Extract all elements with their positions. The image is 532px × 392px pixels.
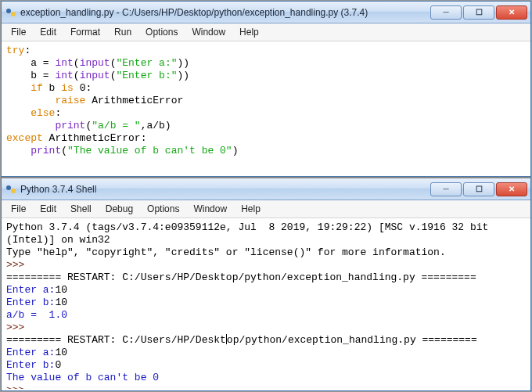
output-line: The value of b can't be 0 (6, 372, 159, 383)
shell-output-area[interactable]: Python 3.7.4 (tags/v3.7.4:e09359112e, Ju… (2, 218, 530, 389)
editor-window: exception_handling.py - C:/Users/HP/Desk… (1, 1, 531, 177)
output-line: a/b = 1.0 (6, 309, 67, 321)
menu-edit[interactable]: Edit (34, 202, 63, 216)
output-line: Enter a: (6, 347, 55, 358)
minimize-button[interactable]: ─ (430, 5, 462, 20)
shell-title: Python 3.7.4 Shell (20, 184, 429, 195)
menu-file[interactable]: File (5, 25, 32, 39)
svg-point-2 (6, 185, 11, 190)
menu-window[interactable]: Window (187, 202, 233, 216)
menu-help[interactable]: Help (235, 202, 267, 216)
restart-line: ========= RESTART: C:/Users/HP/Desktop/p… (6, 272, 476, 283)
minimize-button[interactable]: ─ (430, 182, 462, 196)
restart-line: ========= RESTART: C:/Users/HP/Deskt (6, 334, 226, 346)
editor-window-controls: ─ ☐ ✕ (429, 5, 527, 20)
menu-debug[interactable]: Debug (99, 202, 139, 216)
editor-menubar: File Edit Format Run Options Window Help (2, 23, 530, 41)
menu-format[interactable]: Format (64, 25, 106, 39)
menu-shell[interactable]: Shell (64, 202, 98, 216)
shell-window: Python 3.7.4 Shell ─ ☐ ✕ File Edit Shell… (1, 177, 531, 391)
output-line: Enter b: (6, 359, 55, 371)
shell-menubar: File Edit Shell Debug Options Window Hel… (2, 200, 530, 218)
editor-titlebar[interactable]: exception_handling.py - C:/Users/HP/Desk… (2, 2, 530, 23)
editor-title: exception_handling.py - C:/Users/HP/Desk… (20, 7, 429, 18)
shell-prompt: >>> (6, 322, 24, 333)
svg-point-1 (11, 12, 16, 16)
menu-edit[interactable]: Edit (34, 25, 63, 39)
menu-options[interactable]: Options (141, 202, 185, 216)
svg-point-3 (11, 189, 16, 193)
close-button[interactable]: ✕ (496, 182, 527, 196)
output-line: Enter b: (6, 297, 55, 308)
shell-prompt: >>> (6, 259, 24, 271)
kw-try: try (6, 45, 24, 56)
menu-file[interactable]: File (5, 202, 32, 216)
banner-line: Type "help", "copyright", "credits" or "… (6, 246, 446, 258)
editor-code-area[interactable]: try: a = int(input("Enter a:")) b = int(… (2, 41, 530, 173)
menu-window[interactable]: Window (185, 25, 232, 39)
svg-point-0 (6, 9, 11, 13)
banner-line: (Intel)] on win32 (6, 234, 110, 246)
text-cursor (226, 334, 227, 344)
banner-line: Python 3.7.4 (tags/v3.7.4:e09359112e, Ju… (6, 221, 488, 233)
close-button[interactable]: ✕ (496, 5, 527, 20)
menu-help[interactable]: Help (233, 25, 265, 39)
menu-run[interactable]: Run (108, 25, 138, 39)
shell-titlebar[interactable]: Python 3.7.4 Shell ─ ☐ ✕ (2, 178, 530, 200)
python-icon (5, 183, 17, 196)
menu-options[interactable]: Options (139, 25, 184, 39)
python-icon (5, 6, 17, 19)
shell-window-controls: ─ ☐ ✕ (429, 182, 527, 196)
maximize-button[interactable]: ☐ (463, 182, 494, 196)
output-line: Enter a: (6, 284, 55, 296)
maximize-button[interactable]: ☐ (463, 5, 494, 20)
shell-prompt: >>> (6, 384, 24, 389)
